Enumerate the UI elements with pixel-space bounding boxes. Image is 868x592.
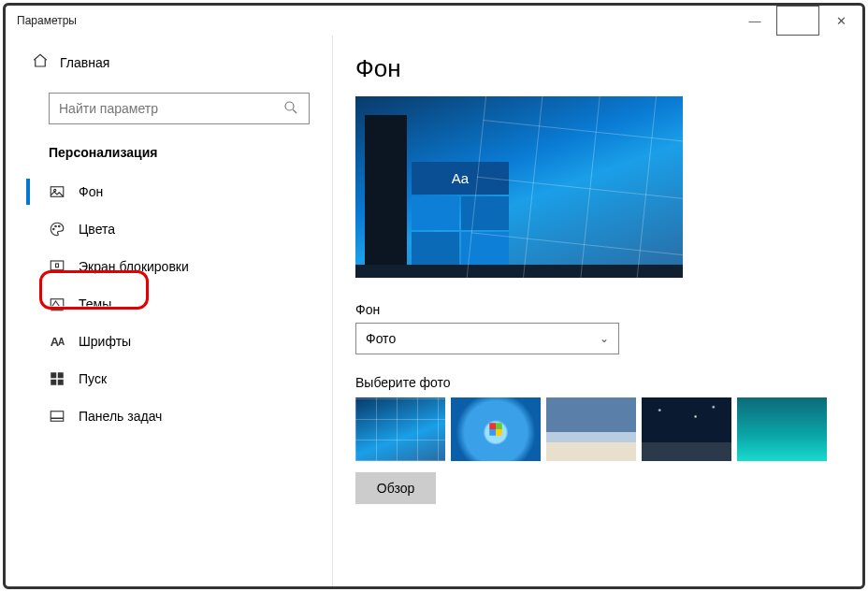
sidebar-item-label: Шрифты xyxy=(79,334,131,349)
background-select[interactable]: Фото ⌄ xyxy=(355,323,619,354)
svg-rect-10 xyxy=(58,372,64,378)
choose-photo-label: Выберите фото xyxy=(355,375,834,390)
svg-rect-6 xyxy=(51,261,64,270)
svg-rect-7 xyxy=(56,264,59,267)
sidebar-item-label: Панель задач xyxy=(79,409,162,424)
home-label: Главная xyxy=(60,55,109,70)
fonts-icon: AA xyxy=(49,333,65,350)
photo-thumbnail[interactable] xyxy=(355,397,445,461)
start-icon xyxy=(49,370,65,387)
photo-thumbnails xyxy=(355,397,834,461)
sidebar-item-colors[interactable]: Цвета xyxy=(6,210,332,248)
sidebar-item-taskbar[interactable]: Панель задач xyxy=(6,397,332,435)
maximize-button[interactable] xyxy=(776,6,819,36)
background-label: Фон xyxy=(355,302,834,317)
sidebar-item-lockscreen[interactable]: Экран блокировки xyxy=(6,248,332,285)
sidebar-item-themes[interactable]: Темы xyxy=(6,285,332,323)
sidebar-item-fonts[interactable]: AA Шрифты xyxy=(6,323,332,360)
photo-thumbnail[interactable] xyxy=(451,397,541,461)
search-input[interactable]: Найти параметр xyxy=(49,93,310,124)
section-title: Персонализация xyxy=(6,137,332,173)
svg-rect-13 xyxy=(51,412,64,422)
svg-point-0 xyxy=(285,102,294,110)
photo-thumbnail[interactable] xyxy=(737,397,827,461)
browse-button[interactable]: Обзор xyxy=(355,472,436,504)
titlebar: Параметры — ✕ xyxy=(6,6,862,36)
browse-button-label: Обзор xyxy=(377,481,414,496)
photo-thumbnail[interactable] xyxy=(546,397,636,461)
home-icon xyxy=(32,52,49,72)
sidebar-item-label: Экран блокировки xyxy=(79,259,189,274)
svg-rect-12 xyxy=(58,380,64,385)
minimize-button[interactable]: — xyxy=(733,6,776,36)
svg-point-3 xyxy=(53,228,55,230)
chevron-down-icon: ⌄ xyxy=(600,332,609,345)
home-link[interactable]: Главная xyxy=(6,45,332,79)
close-button[interactable]: ✕ xyxy=(819,6,862,36)
sidebar-item-background[interactable]: Фон xyxy=(6,173,332,210)
svg-point-5 xyxy=(59,225,61,227)
main-content: Фон Aa Фон Фото ⌄ Выберите фото xyxy=(333,36,862,586)
desktop-preview: Aa xyxy=(355,96,683,278)
sidebar-item-label: Темы xyxy=(79,296,111,311)
svg-rect-9 xyxy=(51,372,56,378)
photo-thumbnail[interactable] xyxy=(642,397,731,461)
lockscreen-icon xyxy=(49,258,65,275)
background-select-value: Фото xyxy=(366,331,396,346)
sidebar-item-label: Цвета xyxy=(79,222,115,237)
sidebar-item-label: Фон xyxy=(79,184,103,199)
themes-icon xyxy=(49,296,65,312)
sidebar-item-start[interactable]: Пуск xyxy=(6,360,332,397)
sidebar: Главная Найти параметр Персонализация Фо… xyxy=(6,36,333,586)
page-title: Фон xyxy=(355,54,834,83)
taskbar-icon xyxy=(49,408,65,425)
window-title: Параметры xyxy=(17,14,77,27)
picture-icon xyxy=(49,183,65,200)
palette-icon xyxy=(49,221,65,238)
sidebar-item-label: Пуск xyxy=(79,371,107,386)
svg-rect-11 xyxy=(51,380,56,385)
preview-tile-text: Aa xyxy=(412,162,509,195)
search-icon xyxy=(282,99,299,119)
search-placeholder: Найти параметр xyxy=(59,101,282,116)
settings-window: Параметры — ✕ Главная Найти параметр Пер… xyxy=(3,3,865,589)
svg-point-4 xyxy=(55,225,57,227)
